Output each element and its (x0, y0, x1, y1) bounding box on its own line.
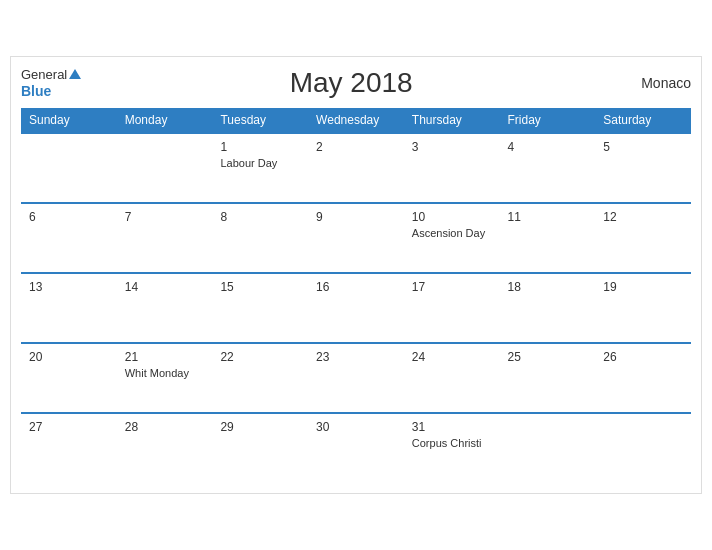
calendar-cell: 24 (404, 343, 500, 413)
calendar-cell: 29 (212, 413, 308, 483)
calendar-cell (21, 133, 117, 203)
day-number: 18 (508, 280, 588, 294)
header-saturday: Saturday (595, 108, 691, 133)
day-number: 31 (412, 420, 492, 434)
day-number: 23 (316, 350, 396, 364)
day-number: 22 (220, 350, 300, 364)
calendar-cell: 23 (308, 343, 404, 413)
day-number: 17 (412, 280, 492, 294)
header-friday: Friday (500, 108, 596, 133)
day-number: 10 (412, 210, 492, 224)
calendar-cell: 10Ascension Day (404, 203, 500, 273)
day-number: 15 (220, 280, 300, 294)
calendar-cell: 8 (212, 203, 308, 273)
calendar-week-row: 678910Ascension Day1112 (21, 203, 691, 273)
day-number: 3 (412, 140, 492, 154)
logo-triangle-icon (69, 69, 81, 79)
day-number: 30 (316, 420, 396, 434)
day-number: 26 (603, 350, 683, 364)
calendar-cell: 14 (117, 273, 213, 343)
calendar-week-row: 13141516171819 (21, 273, 691, 343)
day-number: 19 (603, 280, 683, 294)
calendar-cell: 17 (404, 273, 500, 343)
weekday-header-row: Sunday Monday Tuesday Wednesday Thursday… (21, 108, 691, 133)
country-label: Monaco (621, 75, 691, 91)
calendar-cell: 2 (308, 133, 404, 203)
logo-general-text: General (21, 67, 81, 83)
day-number: 29 (220, 420, 300, 434)
holiday-name: Labour Day (220, 156, 300, 170)
calendar-cell: 1Labour Day (212, 133, 308, 203)
calendar-table: Sunday Monday Tuesday Wednesday Thursday… (21, 108, 691, 483)
day-number: 4 (508, 140, 588, 154)
day-number: 24 (412, 350, 492, 364)
day-number: 25 (508, 350, 588, 364)
day-number: 21 (125, 350, 205, 364)
calendar-cell (595, 413, 691, 483)
header-tuesday: Tuesday (212, 108, 308, 133)
holiday-name: Whit Monday (125, 366, 205, 380)
day-number: 7 (125, 210, 205, 224)
calendar-cell: 20 (21, 343, 117, 413)
calendar-cell: 26 (595, 343, 691, 413)
calendar-cell: 19 (595, 273, 691, 343)
calendar-cell: 21Whit Monday (117, 343, 213, 413)
header-wednesday: Wednesday (308, 108, 404, 133)
day-number: 13 (29, 280, 109, 294)
day-number: 28 (125, 420, 205, 434)
day-number: 16 (316, 280, 396, 294)
calendar-cell: 31Corpus Christi (404, 413, 500, 483)
calendar-cell: 12 (595, 203, 691, 273)
calendar-cell: 4 (500, 133, 596, 203)
calendar-cell: 3 (404, 133, 500, 203)
holiday-name: Corpus Christi (412, 436, 492, 450)
logo-blue-text: Blue (21, 83, 81, 100)
calendar-cell: 28 (117, 413, 213, 483)
day-number: 12 (603, 210, 683, 224)
calendar-header: General Blue May 2018 Monaco (21, 67, 691, 99)
calendar-cell: 15 (212, 273, 308, 343)
calendar-cell: 6 (21, 203, 117, 273)
day-number: 20 (29, 350, 109, 364)
day-number: 9 (316, 210, 396, 224)
calendar-cell: 5 (595, 133, 691, 203)
day-number: 14 (125, 280, 205, 294)
calendar-cell: 11 (500, 203, 596, 273)
holiday-name: Ascension Day (412, 226, 492, 240)
day-number: 5 (603, 140, 683, 154)
header-monday: Monday (117, 108, 213, 133)
calendar-cell (500, 413, 596, 483)
calendar-cell: 13 (21, 273, 117, 343)
calendar-cell: 25 (500, 343, 596, 413)
day-number: 8 (220, 210, 300, 224)
calendar-cell: 9 (308, 203, 404, 273)
calendar-cell: 30 (308, 413, 404, 483)
calendar-cell: 22 (212, 343, 308, 413)
calendar-cell: 18 (500, 273, 596, 343)
calendar-cell (117, 133, 213, 203)
calendar-cell: 16 (308, 273, 404, 343)
calendar-week-row: 2728293031Corpus Christi (21, 413, 691, 483)
day-number: 6 (29, 210, 109, 224)
day-number: 1 (220, 140, 300, 154)
calendar-cell: 27 (21, 413, 117, 483)
day-number: 11 (508, 210, 588, 224)
day-number: 27 (29, 420, 109, 434)
calendar-container: General Blue May 2018 Monaco Sunday Mond… (10, 56, 702, 493)
calendar-cell: 7 (117, 203, 213, 273)
calendar-title: May 2018 (81, 67, 621, 99)
day-number: 2 (316, 140, 396, 154)
header-thursday: Thursday (404, 108, 500, 133)
calendar-week-row: 1Labour Day2345 (21, 133, 691, 203)
logo: General Blue (21, 67, 81, 99)
calendar-week-row: 2021Whit Monday2223242526 (21, 343, 691, 413)
header-sunday: Sunday (21, 108, 117, 133)
